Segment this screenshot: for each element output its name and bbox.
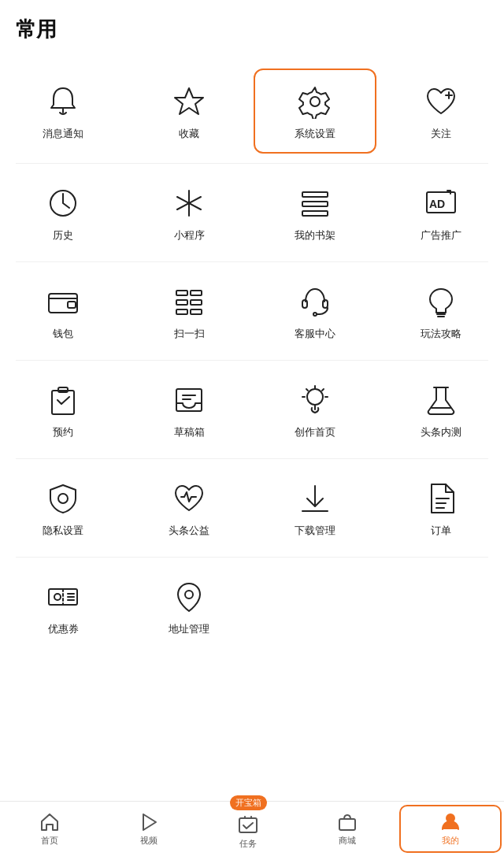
- coupon-label: 优惠券: [48, 622, 79, 636]
- svg-line-37: [306, 389, 308, 391]
- nav-mine[interactable]: 我的: [399, 805, 502, 853]
- svg-rect-17: [176, 300, 187, 305]
- nav-task-label: 任务: [239, 838, 257, 850]
- svg-rect-16: [176, 291, 187, 295]
- service-item[interactable]: 客服中心: [252, 270, 378, 352]
- wallet-icon: [43, 281, 83, 322]
- creation-item[interactable]: 创作首页: [252, 369, 378, 450]
- orders-label: 订单: [431, 524, 451, 538]
- page-title: 常用: [0, 0, 504, 51]
- svg-point-41: [58, 494, 68, 503]
- drafts-item[interactable]: 草稿箱: [126, 369, 252, 450]
- miniapp-label: 小程序: [174, 228, 205, 243]
- svg-point-24: [313, 313, 317, 316]
- svg-point-47: [54, 594, 61, 600]
- svg-rect-54: [239, 818, 257, 832]
- bookshelf-item[interactable]: 我的书架: [252, 172, 378, 254]
- svg-rect-11: [302, 211, 328, 216]
- play-icon: [138, 811, 160, 833]
- svg-rect-19: [191, 291, 202, 295]
- svg-point-2: [310, 97, 320, 106]
- lab-item[interactable]: 头条内测: [378, 369, 504, 450]
- empty-2: [378, 565, 504, 647]
- notification-label: 消息通知: [43, 127, 83, 141]
- history-item[interactable]: 历史: [0, 172, 126, 254]
- creation-label: 创作首页: [295, 425, 335, 439]
- ads-item[interactable]: AD 广告推广: [378, 172, 504, 254]
- star-icon: [169, 81, 209, 122]
- settings-item[interactable]: 系统设置: [254, 69, 376, 154]
- reservation-item[interactable]: 预约: [0, 369, 126, 450]
- grid-row-5: 隐私设置 头条公益 下载管理: [0, 459, 504, 557]
- grid-row-2: 历史 小程序 我的书架: [0, 164, 504, 261]
- gear-icon: [295, 81, 335, 122]
- wallet-item[interactable]: 钱包: [0, 270, 126, 352]
- favorites-item[interactable]: 收藏: [126, 67, 252, 155]
- bag-icon: [336, 811, 358, 833]
- grid-row-last: 优惠券 地址管理: [0, 558, 504, 655]
- inbox-icon: [169, 380, 209, 421]
- clock-icon: [43, 183, 83, 224]
- privacy-item[interactable]: 隐私设置: [0, 467, 126, 549]
- svg-point-32: [307, 389, 323, 405]
- download-icon: [295, 478, 335, 519]
- nav-shop[interactable]: 商城: [298, 802, 397, 856]
- settings-label: 系统设置: [295, 127, 335, 141]
- bookshelf-icon: [295, 183, 335, 224]
- svg-rect-57: [339, 819, 355, 830]
- svg-rect-20: [191, 300, 202, 305]
- svg-rect-18: [176, 309, 187, 314]
- gameplay-item[interactable]: 玩法攻略: [378, 270, 504, 352]
- address-item[interactable]: 地址管理: [126, 565, 252, 647]
- nav-home[interactable]: 首页: [0, 802, 99, 856]
- nav-mine-label: 我的: [442, 835, 459, 847]
- orders-item[interactable]: 订单: [378, 467, 504, 549]
- download-label: 下载管理: [295, 524, 335, 538]
- bell-icon: [43, 81, 83, 122]
- download-item[interactable]: 下载管理: [252, 467, 378, 549]
- scan-item[interactable]: 扫一扫: [126, 270, 252, 352]
- grid-row-4: 预约 草稿箱: [0, 361, 504, 458]
- asterisk-icon: [169, 183, 209, 224]
- nav-task[interactable]: 开宝箱 任务: [198, 802, 298, 856]
- lightbulb-icon: [295, 380, 335, 421]
- user-icon: [439, 811, 461, 833]
- charity-item[interactable]: 头条公益: [126, 467, 252, 549]
- ad-icon: AD: [421, 183, 461, 224]
- location-icon: [169, 576, 209, 617]
- doc-icon: [421, 478, 461, 519]
- task-icon: [237, 814, 259, 836]
- coupon-item[interactable]: 优惠券: [0, 565, 126, 647]
- grid-row-1: 消息通知 收藏 系统设置: [0, 59, 504, 163]
- grid-container: 消息通知 收藏 系统设置: [0, 51, 504, 801]
- task-badge: 开宝箱: [230, 795, 267, 810]
- svg-text:AD: AD: [429, 198, 445, 210]
- svg-point-52: [185, 591, 193, 598]
- nav-video[interactable]: 视频: [99, 802, 198, 856]
- nav-shop-label: 商城: [339, 835, 356, 847]
- svg-rect-23: [323, 300, 328, 308]
- svg-rect-9: [302, 192, 328, 197]
- nav-home-label: 首页: [41, 835, 58, 847]
- privacy-label: 隐私设置: [43, 524, 83, 538]
- drafts-label: 草稿箱: [174, 425, 205, 439]
- miniapp-item[interactable]: 小程序: [126, 172, 252, 254]
- grid-row-3: 钱包 扫一扫: [0, 262, 504, 360]
- svg-marker-53: [143, 814, 156, 830]
- service-label: 客服中心: [295, 327, 335, 341]
- charity-label: 头条公益: [169, 524, 209, 538]
- follow-item[interactable]: 关注: [378, 67, 504, 155]
- nav-video-label: 视频: [140, 835, 158, 847]
- bulb-icon: [421, 281, 461, 322]
- svg-marker-1: [175, 88, 203, 114]
- bookshelf-label: 我的书架: [295, 228, 335, 243]
- svg-rect-10: [302, 202, 328, 206]
- history-label: 历史: [53, 228, 73, 243]
- flask-icon: [421, 380, 461, 421]
- svg-rect-15: [68, 302, 76, 308]
- notification-item[interactable]: 消息通知: [0, 67, 126, 155]
- svg-rect-21: [191, 309, 202, 314]
- gameplay-label: 玩法攻略: [421, 327, 461, 341]
- home-icon: [39, 811, 61, 833]
- empty-1: [252, 565, 378, 647]
